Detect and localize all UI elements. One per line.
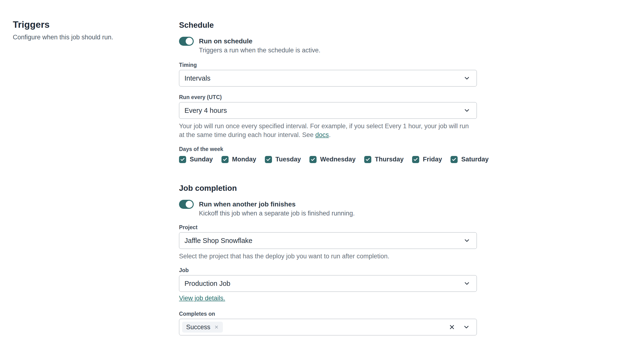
checkmark-icon bbox=[180, 157, 185, 162]
day-label: Sunday bbox=[190, 156, 213, 163]
clear-all-icon[interactable] bbox=[448, 324, 455, 331]
checkmark-icon bbox=[310, 157, 315, 162]
day-label: Thursday bbox=[375, 156, 404, 163]
job-select[interactable]: Production Job bbox=[179, 275, 477, 292]
days-of-week-label: Days of the week bbox=[179, 146, 477, 153]
run-when-job-finishes-label: Run when another job finishes bbox=[199, 200, 355, 209]
day-item-wednesday: Wednesday bbox=[310, 156, 356, 163]
checkmark-icon bbox=[452, 157, 456, 162]
chip-remove-icon[interactable] bbox=[214, 325, 219, 330]
run-every-help: Your job will run once every specified i… bbox=[179, 122, 476, 139]
run-on-schedule-text: Run on schedule Triggers a run when the … bbox=[199, 37, 320, 55]
day-item-friday: Friday bbox=[412, 156, 442, 163]
checkbox-thursday[interactable] bbox=[364, 156, 371, 163]
chevron-down-icon bbox=[463, 237, 470, 244]
schedule-heading: Schedule bbox=[179, 20, 477, 30]
day-label: Friday bbox=[423, 156, 442, 163]
day-label: Monday bbox=[232, 156, 256, 163]
checkmark-icon bbox=[266, 157, 271, 162]
run-on-schedule-toggle[interactable] bbox=[179, 37, 194, 46]
project-select-value: Jaffle Shop Snowflake bbox=[184, 237, 463, 245]
checkmark-icon bbox=[223, 157, 228, 162]
day-item-sunday: Sunday bbox=[179, 156, 213, 163]
run-when-job-finishes-text: Run when another job finishes Kickoff th… bbox=[199, 200, 355, 218]
day-item-saturday: Saturday bbox=[450, 156, 489, 163]
page-title: Triggers bbox=[13, 19, 164, 30]
run-every-select-value: Every 4 hours bbox=[184, 107, 463, 114]
multiselect-controls bbox=[448, 324, 470, 331]
run-on-schedule-row: Run on schedule Triggers a run when the … bbox=[179, 37, 477, 55]
project-help: Select the project that has the deploy j… bbox=[179, 252, 476, 261]
page-subtitle: Configure when this job should run. bbox=[13, 34, 164, 41]
checkbox-saturday[interactable] bbox=[450, 156, 458, 163]
checkbox-sunday[interactable] bbox=[179, 156, 186, 163]
checkbox-monday[interactable] bbox=[222, 156, 228, 163]
run-when-job-finishes-toggle[interactable] bbox=[179, 200, 194, 209]
docs-link[interactable]: docs bbox=[315, 131, 329, 138]
project-select[interactable]: Jaffle Shop Snowflake bbox=[179, 232, 477, 249]
job-completion-heading: Job completion bbox=[179, 183, 477, 193]
view-job-details-line: View job details. bbox=[179, 295, 477, 302]
run-on-schedule-description: Triggers a run when the schedule is acti… bbox=[199, 46, 320, 55]
checkbox-wednesday[interactable] bbox=[310, 156, 316, 163]
triggers-form: Schedule Run on schedule Triggers a run … bbox=[179, 20, 477, 336]
view-job-details-link[interactable]: View job details. bbox=[179, 295, 225, 302]
checkbox-tuesday[interactable] bbox=[265, 156, 272, 163]
chip-success: Success bbox=[182, 322, 223, 333]
project-label: Project bbox=[179, 224, 477, 231]
job-label: Job bbox=[179, 267, 477, 274]
run-when-job-finishes-description: Kickoff this job when a separate job is … bbox=[199, 209, 355, 218]
checkmark-icon bbox=[366, 157, 370, 162]
days-of-week-row: Sunday Monday Tuesday Wednesday Thursday… bbox=[179, 156, 477, 163]
job-select-value: Production Job bbox=[184, 280, 463, 288]
chip-label: Success bbox=[186, 324, 210, 331]
timing-select-value: Intervals bbox=[184, 74, 463, 82]
day-item-tuesday: Tuesday bbox=[265, 156, 301, 163]
toggle-knob-icon bbox=[186, 201, 193, 208]
chevron-down-icon bbox=[463, 280, 470, 287]
day-label: Tuesday bbox=[276, 156, 301, 163]
day-label: Wednesday bbox=[320, 156, 356, 163]
checkbox-friday[interactable] bbox=[412, 156, 419, 163]
chevron-down-icon bbox=[463, 75, 470, 82]
timing-label: Timing bbox=[179, 61, 477, 68]
day-item-monday: Monday bbox=[222, 156, 256, 163]
completes-on-label: Completes on bbox=[179, 310, 477, 317]
chevron-down-icon[interactable] bbox=[463, 324, 470, 331]
run-every-select[interactable]: Every 4 hours bbox=[179, 102, 477, 119]
completes-on-multiselect[interactable]: Success bbox=[179, 319, 477, 336]
timing-select[interactable]: Intervals bbox=[179, 70, 477, 86]
chevron-down-icon bbox=[463, 107, 470, 114]
toggle-knob-icon bbox=[186, 38, 193, 45]
checkmark-icon bbox=[413, 157, 418, 162]
run-every-label: Run every (UTC) bbox=[179, 94, 477, 101]
run-when-job-finishes-row: Run when another job finishes Kickoff th… bbox=[179, 200, 477, 218]
triggers-section-intro: Triggers Configure when this job should … bbox=[13, 19, 164, 41]
day-item-thursday: Thursday bbox=[364, 156, 404, 163]
day-label: Saturday bbox=[461, 156, 489, 163]
run-on-schedule-label: Run on schedule bbox=[199, 37, 320, 46]
help-text-after: . bbox=[329, 131, 331, 138]
